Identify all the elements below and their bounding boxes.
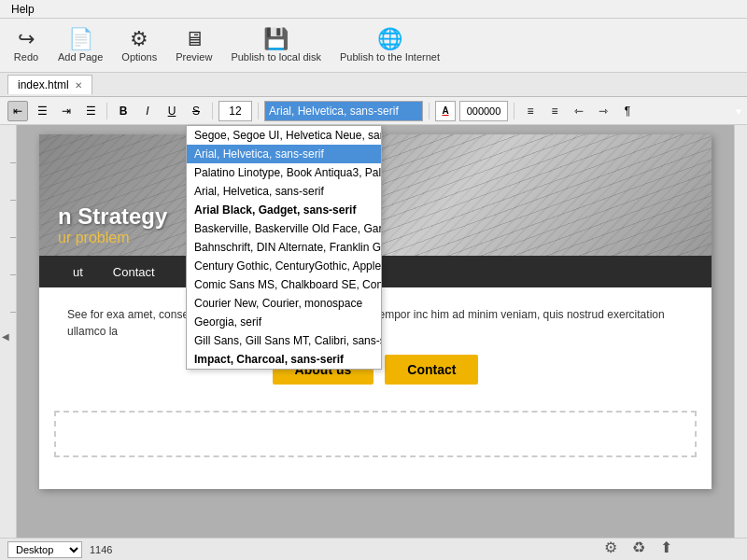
underline-icon: U (168, 105, 176, 118)
preview-icon: 🖥 (184, 29, 204, 49)
tab-close-button[interactable]: ✕ (75, 80, 82, 91)
left-ruler: ◀ (0, 125, 17, 538)
color-value-display[interactable]: 000000 (459, 101, 508, 121)
underline-button[interactable]: U (162, 101, 182, 121)
font-dropdown-list: Segoe, Segoe UI, Helvetica Neue, sans-se… (187, 126, 381, 369)
font-dropdown-item-9[interactable]: Courier New, Courier, monospace (187, 294, 381, 313)
publish-local-button[interactable]: 💾 Publish to local disk (225, 27, 327, 64)
font-dropdown-item-6[interactable]: Bahnschrift, DIN Alternate, Franklin Got… (187, 238, 381, 257)
bold-icon: B (120, 105, 128, 118)
bottom-icons: ⚙ ♻ ⬆ (604, 539, 672, 556)
right-scrollbar[interactable] (734, 125, 747, 538)
justify-icon: ☰ (86, 105, 96, 118)
device-select[interactable]: Desktop (7, 541, 82, 558)
publish-internet-icon: 🌐 (377, 29, 402, 49)
separator-2 (212, 103, 213, 119)
indent-inc-icon: ⇾ (599, 105, 608, 118)
font-dropdown-item-8[interactable]: Comic Sans MS, Chalkboard SE, Comic Neue… (187, 275, 381, 294)
align-right-icon: ⇥ (62, 105, 71, 118)
redo-button[interactable]: ↪ Redo (7, 27, 45, 64)
font-dropdown: Segoe, Segoe UI, Helvetica Neue, sans-se… (186, 125, 382, 370)
redo-icon: ↪ (18, 29, 35, 49)
publish-internet-button[interactable]: 🌐 Publish to the Internet (334, 27, 445, 64)
bold-button[interactable]: B (113, 101, 134, 121)
separator-1 (106, 103, 107, 119)
font-dropdown-item-5[interactable]: Baskerville, Baskerville Old Face, Garam… (187, 219, 381, 238)
contact-button[interactable]: Contact (385, 355, 478, 385)
site-title: n Strategy (58, 203, 167, 230)
font-color-button[interactable]: A (435, 101, 456, 121)
options-button[interactable]: ⚙ Options (116, 27, 162, 64)
font-family-select[interactable]: Arial, Helvetica, sans-serif ▼ (264, 101, 423, 121)
menu-help[interactable]: Help (7, 3, 38, 16)
font-dropdown-item-10[interactable]: Georgia, serif (187, 313, 381, 331)
tab-index-html[interactable]: index.html ✕ (7, 75, 92, 94)
menu-bar: Help (0, 0, 747, 19)
list-ul-button[interactable]: ≡ (520, 101, 541, 121)
align-right-button[interactable]: ⇥ (56, 101, 77, 121)
site-nav-item-about[interactable]: ut (58, 256, 98, 287)
list-ol-icon: ≡ (551, 105, 557, 118)
justify-button[interactable]: ☰ (80, 101, 101, 121)
site-nav-item-contact[interactable]: Contact (98, 256, 170, 287)
indent-inc-button[interactable]: ⇾ (593, 101, 613, 121)
upload-icon[interactable]: ⬆ (660, 539, 672, 556)
strikethrough-button[interactable]: S (186, 101, 206, 121)
align-center-button[interactable]: ☰ (32, 101, 52, 121)
indent-dec-button[interactable]: ⇽ (569, 101, 589, 121)
align-center-icon: ☰ (37, 105, 48, 118)
align-left-button[interactable]: ⇤ (7, 101, 28, 121)
italic-icon: I (146, 105, 148, 118)
italic-button[interactable]: I (137, 101, 158, 121)
page-width-number: 1146 (90, 544, 112, 555)
add-page-icon: 📄 (68, 29, 93, 49)
tab-bar: index.html ✕ (0, 73, 747, 97)
paragraph-button[interactable]: ¶ (617, 101, 638, 121)
list-ul-icon: ≡ (527, 105, 533, 118)
separator-4 (429, 103, 430, 119)
align-left-icon: ⇤ (13, 105, 22, 118)
add-page-button[interactable]: 📄 Add Page (52, 27, 108, 64)
font-dropdown-item-4[interactable]: Arial Black, Gadget, sans-serif (187, 201, 381, 219)
options-icon: ⚙ (130, 29, 148, 49)
recycle-icon[interactable]: ♻ (632, 539, 645, 556)
font-dropdown-item-1[interactable]: Arial, Helvetica, sans-serif (187, 145, 381, 163)
collapse-button[interactable]: ◀ (2, 331, 9, 342)
separator-3 (258, 103, 259, 119)
font-dropdown-arrow: ▼ (734, 105, 743, 116)
font-dropdown-item-0[interactable]: Segoe, Segoe UI, Helvetica Neue, sans-se… (187, 126, 381, 145)
separator-5 (514, 103, 514, 119)
settings-icon[interactable]: ⚙ (604, 539, 617, 556)
strikethrough-icon: S (192, 105, 200, 118)
font-color-letter: A (442, 105, 448, 116)
font-dropdown-item-12[interactable]: Impact, Charcoal, sans-serif (187, 350, 381, 369)
publish-local-icon: 💾 (263, 29, 289, 49)
format-bar: ⇤ ☰ ⇥ ☰ B I U S Arial, Helvetica, sans-s… (0, 97, 747, 125)
bottom-bar: Desktop 1146 ⚙ ♻ ⬆ (0, 538, 747, 560)
site-subtitle: ur problem (58, 230, 167, 246)
font-dropdown-item-3[interactable]: Arial, Helvetica, sans-serif (187, 182, 381, 201)
font-dropdown-item-2[interactable]: Palatino Linotype, Book Antiqua3, Palati… (187, 163, 381, 182)
font-dropdown-item-11[interactable]: Gill Sans, Gill Sans MT, Calibri, sans-s… (187, 331, 381, 350)
preview-button[interactable]: 🖥 Preview (170, 27, 218, 64)
list-ol-button[interactable]: ≡ (544, 101, 565, 121)
indent-dec-icon: ⇽ (574, 105, 584, 118)
toolbar: ↪ Redo 📄 Add Page ⚙ Options 🖥 Preview 💾 … (0, 19, 747, 73)
content-placeholder (54, 411, 697, 457)
paragraph-icon: ¶ (625, 105, 630, 118)
font-size-input[interactable] (218, 101, 252, 121)
font-dropdown-item-7[interactable]: Century Gothic, CenturyGothic, AppleGoth… (187, 257, 381, 275)
